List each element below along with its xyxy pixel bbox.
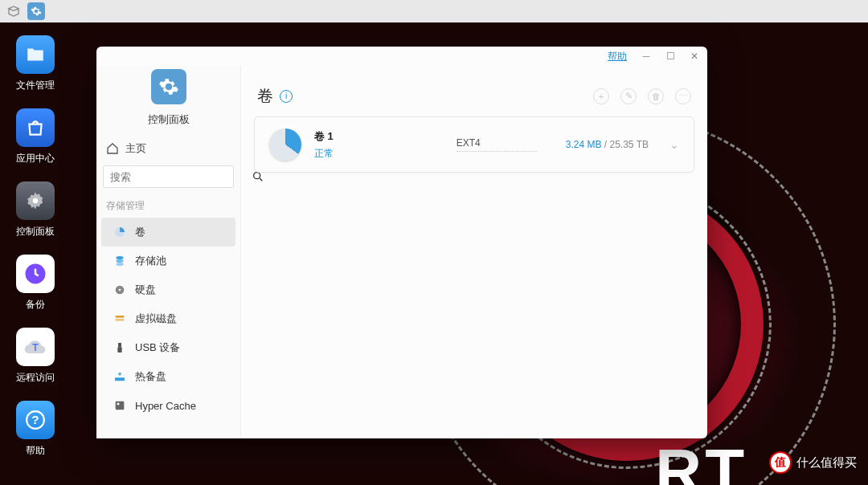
sidebar-item-label: 卷	[135, 225, 145, 239]
desktop-icon-file-manager[interactable]: 文件管理	[11, 35, 59, 92]
desktop-icon-help[interactable]: ? 帮助	[11, 401, 59, 458]
taskbar-settings-icon[interactable]	[27, 2, 45, 20]
sidebar-item-usb-device[interactable]: USB 设备	[101, 333, 235, 362]
svg-point-9	[116, 263, 123, 266]
control-panel-window: 帮助 ─ ☐ ✕ 控制面板 主页 存储管理 卷	[96, 47, 707, 438]
taskbar	[0, 0, 868, 22]
desktop-icons: 文件管理 应用中心 控制面板 备份 T 远程访问 ? 帮助	[11, 35, 59, 458]
volume-status: 正常	[314, 147, 334, 161]
sidebar: 控制面板 主页 存储管理 卷 存储池 硬盘	[96, 66, 241, 438]
sidebar-item-label: USB 设备	[135, 340, 180, 355]
main-header: 卷 i + ✎ 🗑 ⋯	[254, 69, 694, 116]
svg-rect-14	[118, 343, 121, 347]
volume-name: 卷 1	[314, 129, 334, 144]
folder-icon	[16, 35, 55, 74]
svg-point-8	[116, 259, 123, 263]
window-titlebar: 帮助 ─ ☐ ✕	[96, 47, 707, 66]
maximize-button[interactable]: ☐	[665, 51, 675, 61]
desktop-icon-backup[interactable]: 备份	[11, 255, 59, 312]
chevron-down-icon[interactable]: ⌄	[669, 138, 679, 151]
desktop-icon-label: 控制面板	[16, 225, 55, 238]
sidebar-header: 控制面板	[96, 66, 240, 135]
more-button[interactable]: ⋯	[675, 88, 691, 104]
volume-filesystem: EXT4	[457, 137, 537, 152]
pie-icon	[113, 225, 127, 239]
main-content: 卷 i + ✎ 🗑 ⋯ 卷 1 正常 EXT4 3.24 MB /	[241, 66, 707, 438]
delete-button[interactable]: 🗑	[648, 88, 664, 104]
sidebar-item-label: 存储池	[135, 254, 166, 268]
svg-point-11	[119, 289, 121, 291]
layers-icon	[113, 312, 127, 326]
header-actions: + ✎ 🗑 ⋯	[593, 88, 691, 104]
pie-chart-icon	[269, 128, 301, 161]
help-icon: ?	[16, 401, 55, 439]
volume-card[interactable]: 卷 1 正常 EXT4 3.24 MB / 25.35 TB ⌄	[254, 116, 694, 173]
info-icon[interactable]: i	[280, 90, 293, 103]
help-link[interactable]: 帮助	[608, 50, 627, 63]
watermark-badge: 值	[769, 451, 792, 474]
minimize-button[interactable]: ─	[641, 51, 651, 61]
sidebar-item-label: 硬盘	[135, 283, 156, 297]
desktop-icon-label: 文件管理	[16, 79, 55, 92]
desktop-icon-control-panel[interactable]: 控制面板	[11, 181, 59, 238]
edit-button[interactable]: ✎	[620, 88, 637, 104]
watermark: 值 什么值得买	[769, 451, 857, 474]
sidebar-item-label: 虚拟磁盘	[135, 312, 177, 326]
svg-rect-15	[117, 347, 121, 353]
sidebar-item-storage-pool[interactable]: 存储池	[101, 247, 235, 275]
sidebar-item-label: 热备盘	[135, 369, 166, 384]
desktop-icon-label: 远程访问	[16, 371, 55, 385]
svg-rect-12	[116, 316, 125, 318]
cloud-icon: T	[16, 328, 55, 366]
sidebar-search	[103, 165, 234, 188]
volume-used: 3.24 MB	[566, 139, 602, 150]
hdd-icon	[113, 283, 127, 297]
gear-icon	[16, 181, 55, 220]
taskbar-packages-icon[interactable]	[5, 2, 23, 20]
watermark-text: 什么值得买	[796, 455, 857, 471]
gear-icon	[151, 69, 186, 104]
svg-rect-18	[117, 403, 120, 406]
sidebar-item-label: Hyper Cache	[135, 400, 196, 412]
sidebar-item-disk[interactable]: 硬盘	[101, 275, 235, 304]
svg-rect-16	[115, 377, 125, 381]
add-button[interactable]: +	[593, 88, 609, 104]
bag-icon	[16, 108, 55, 147]
search-input[interactable]	[104, 171, 252, 183]
sidebar-item-virtual-disk[interactable]: 虚拟磁盘	[101, 304, 235, 333]
svg-point-7	[116, 256, 123, 259]
volume-total: 25.35 TB	[610, 139, 649, 150]
svg-text:?: ?	[31, 413, 39, 426]
desktop-icon-label: 帮助	[26, 444, 45, 458]
svg-rect-13	[116, 319, 125, 321]
desktop-icon-app-center[interactable]: 应用中心	[11, 108, 59, 165]
sidebar-home-label: 主页	[125, 141, 146, 156]
close-button[interactable]: ✕	[690, 51, 699, 61]
usb-icon	[113, 340, 127, 355]
volume-usage: 3.24 MB / 25.35 TB	[566, 139, 649, 150]
stack-icon	[113, 254, 127, 268]
plus-disk-icon	[113, 369, 127, 384]
desktop-icon-label: 应用中心	[16, 152, 55, 165]
clock-icon	[16, 255, 55, 293]
page-title: 卷	[257, 85, 273, 107]
home-icon	[106, 142, 119, 155]
sidebar-item-hot-spare[interactable]: 热备盘	[101, 362, 235, 391]
sidebar-item-volume[interactable]: 卷	[101, 218, 235, 247]
sidebar-section-label: 存储管理	[96, 191, 240, 218]
desktop-icon-label: 备份	[26, 298, 45, 312]
cache-icon	[113, 398, 127, 413]
sidebar-home[interactable]: 主页	[96, 135, 240, 162]
svg-rect-17	[116, 401, 125, 410]
sidebar-title: 控制面板	[148, 112, 190, 127]
svg-text:T: T	[32, 342, 39, 353]
desktop-icon-remote-access[interactable]: T 远程访问	[11, 328, 59, 385]
sidebar-item-hyper-cache[interactable]: Hyper Cache	[101, 391, 235, 420]
